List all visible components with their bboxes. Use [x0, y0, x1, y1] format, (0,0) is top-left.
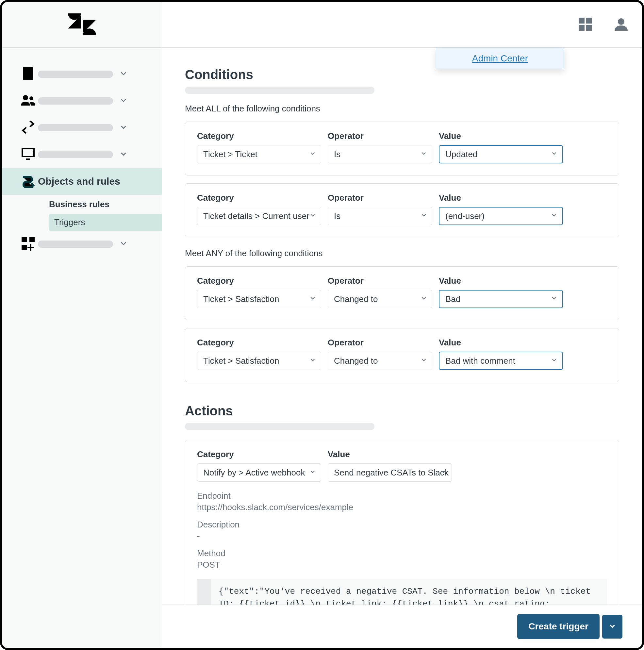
endpoint-label: Endpoint — [197, 491, 607, 501]
sidebar-subnav: Business rules Triggers — [2, 195, 162, 231]
chevron-down-icon — [119, 239, 128, 249]
chevron-down-icon — [551, 294, 558, 304]
sidebar-subheading: Business rules — [49, 195, 162, 214]
sidebar-item-account[interactable] — [2, 61, 162, 87]
category-select[interactable]: Notify by > Active webhook — [197, 463, 321, 482]
condition-row: Category Ticket details > Current user O… — [185, 183, 619, 237]
arrows-exchange-icon — [20, 119, 38, 136]
svg-rect-3 — [29, 237, 35, 242]
svg-rect-6 — [586, 17, 592, 24]
products-grid-icon[interactable] — [577, 16, 593, 33]
chevron-down-icon — [420, 356, 427, 366]
field-label-value: Value — [439, 193, 563, 203]
field-label-operator: Operator — [328, 193, 432, 203]
chevron-down-icon — [309, 468, 316, 478]
svg-point-1 — [29, 97, 33, 100]
placeholder — [38, 241, 113, 248]
value-select[interactable]: Send negative CSATs to Slack — [328, 463, 452, 482]
field-label-value: Value — [439, 131, 563, 141]
actions-title: Actions — [185, 404, 619, 418]
description-value: - — [197, 531, 607, 541]
method-label: Method — [197, 548, 607, 558]
chevron-down-icon — [440, 468, 447, 478]
sidebar-subitem-triggers[interactable]: Triggers — [49, 214, 162, 231]
field-label-category: Category — [197, 337, 321, 348]
user-avatar-icon[interactable] — [613, 16, 629, 33]
monitor-icon — [20, 146, 38, 163]
main: Admin Center Conditions Meet ALL of the … — [162, 2, 642, 648]
payload-code[interactable]: {"text":"You've received a negative CSAT… — [197, 579, 607, 605]
sidebar-item-apps[interactable] — [2, 231, 162, 257]
method-value: POST — [197, 560, 607, 570]
condition-row: Category Ticket > Ticket Operator Is — [185, 121, 619, 176]
field-label-value: Value — [439, 276, 563, 286]
field-label-category: Category — [197, 131, 321, 141]
chevron-down-icon — [420, 294, 427, 304]
svg-point-0 — [23, 95, 28, 100]
create-trigger-button[interactable]: Create trigger — [517, 614, 600, 639]
chevron-down-icon — [551, 149, 558, 159]
conditions-any-label: Meet ANY of the following conditions — [185, 248, 619, 258]
chevron-down-icon — [551, 211, 558, 221]
condition-row: Category Ticket > Satisfaction Operator … — [185, 266, 619, 320]
operator-select[interactable]: Is — [328, 207, 432, 225]
description-label: Description — [197, 519, 607, 530]
svg-rect-5 — [579, 17, 584, 24]
chevron-down-icon — [309, 211, 316, 221]
sidebar-item-label: Objects and rules — [38, 176, 153, 187]
chevron-down-icon — [119, 122, 128, 133]
chevron-down-icon — [119, 96, 128, 106]
category-select[interactable]: Ticket > Satisfaction — [197, 290, 321, 308]
field-label-value: Value — [328, 449, 452, 460]
content-area: Conditions Meet ALL of the following con… — [162, 48, 642, 605]
workflow-icon — [20, 173, 38, 190]
conditions-description-placeholder — [185, 86, 374, 94]
sidebar-item-objects-rules[interactable]: Objects and rules — [2, 168, 162, 195]
conditions-all-label: Meet ALL of the following conditions — [185, 104, 619, 114]
sidebar-item-people[interactable] — [2, 87, 162, 114]
sidebar-nav: Objects and rules Business rules Trigger… — [2, 48, 162, 257]
field-label-category: Category — [197, 276, 321, 286]
chevron-down-icon — [309, 149, 316, 159]
operator-select[interactable]: Changed to — [328, 290, 432, 308]
sidebar-item-workspaces[interactable] — [2, 141, 162, 168]
endpoint-value: https://hooks.slack.com/services/example — [197, 502, 607, 512]
footer-bar: Create trigger — [162, 605, 642, 648]
sidebar-header — [2, 2, 162, 48]
category-select[interactable]: Ticket > Satisfaction — [197, 352, 321, 370]
field-label-operator: Operator — [328, 337, 432, 348]
people-icon — [20, 93, 38, 109]
action-row: Category Notify by > Active webhook Valu… — [185, 440, 619, 605]
chevron-down-icon — [608, 622, 616, 631]
chevron-down-icon — [420, 149, 427, 159]
category-select[interactable]: Ticket details > Current user — [197, 207, 321, 225]
value-select[interactable]: Bad — [439, 290, 563, 308]
value-select[interactable]: (end-user) — [439, 207, 563, 225]
apps-add-icon — [20, 236, 38, 253]
svg-rect-4 — [22, 245, 27, 250]
chevron-down-icon — [309, 294, 316, 304]
field-label-category: Category — [197, 193, 321, 203]
operator-select[interactable]: Changed to — [328, 352, 432, 370]
svg-rect-2 — [22, 237, 27, 242]
chevron-down-icon — [309, 356, 316, 366]
value-select[interactable]: Updated — [439, 145, 563, 164]
field-label-operator: Operator — [328, 131, 432, 141]
svg-rect-7 — [579, 25, 584, 31]
chevron-down-icon — [119, 149, 128, 160]
svg-point-9 — [618, 18, 624, 25]
chevron-down-icon — [420, 211, 427, 221]
conditions-title: Conditions — [185, 67, 619, 82]
admin-center-link[interactable]: Admin Center — [472, 53, 528, 63]
actions-description-placeholder — [185, 423, 374, 430]
building-icon — [20, 66, 38, 83]
chevron-down-icon — [551, 356, 558, 366]
placeholder — [38, 151, 113, 158]
operator-select[interactable]: Is — [328, 145, 432, 164]
sidebar-item-channels[interactable] — [2, 114, 162, 141]
create-trigger-dropdown[interactable] — [602, 615, 622, 639]
condition-row: Category Ticket > Satisfaction Operator … — [185, 328, 619, 382]
category-select[interactable]: Ticket > Ticket — [197, 145, 321, 164]
value-select[interactable]: Bad with comment — [439, 352, 563, 370]
zendesk-logo-icon — [68, 13, 96, 37]
